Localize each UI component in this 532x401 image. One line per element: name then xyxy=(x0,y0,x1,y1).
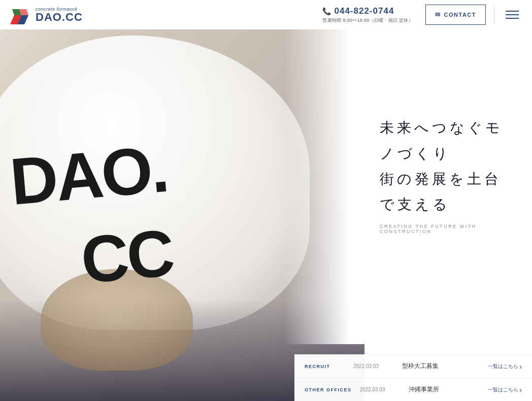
hero-title-line2: 街の発展を土台で支える xyxy=(380,166,517,218)
news-category-offices: OTHER OFFICES xyxy=(305,387,352,392)
news-date-1: 2022.03.03 xyxy=(360,387,401,392)
contact-button[interactable]: ✉ CONTACT xyxy=(425,5,486,25)
mail-icon: ✉ xyxy=(435,11,441,18)
main-content: DAO. CC 未来へつなぐモノづくり 街の発展を土台で支える CREATING… xyxy=(0,0,532,401)
hero-title-japanese: 未来へつなぐモノづくり 街の発展を土台で支える xyxy=(380,115,517,218)
logo-title: DAO.CC xyxy=(36,12,83,23)
helmet-text-dao: DAO. xyxy=(7,130,170,220)
site-header: concrete formwork DAO.CC 📞 044-822-0744 … xyxy=(0,0,532,29)
news-link-0[interactable]: 一覧はこちら xyxy=(488,362,522,371)
menu-bar-3 xyxy=(506,18,519,19)
logo-text: concrete formwork DAO.CC xyxy=(36,7,83,23)
news-title-1: 沖縄事業所 xyxy=(409,385,480,394)
news-date-0: 2022.03.03 xyxy=(353,363,394,369)
phone-icon: 📞 xyxy=(322,7,331,15)
logo-icon xyxy=(10,5,31,24)
hero-subtitle-english: CREATING THE FUTURE WITH CONSTRUCTION xyxy=(380,224,517,234)
menu-bar-1 xyxy=(506,11,519,12)
menu-bar-2 xyxy=(506,14,519,15)
header-right: 📞 044-822-0744 営業時間 8:00〜18:00（日曜・祝日 定休）… xyxy=(322,5,522,25)
header-divider xyxy=(494,5,494,25)
hero-image: DAO. CC xyxy=(0,0,364,401)
hamburger-menu-button[interactable] xyxy=(503,8,522,22)
phone-hours: 営業時間 8:00〜18:00（日曜・祝日 定休） xyxy=(322,17,413,24)
logo-area[interactable]: concrete formwork DAO.CC xyxy=(10,5,83,24)
news-item[interactable]: RECRUIT 2022.03.03 型枠大工募集 一覧はこちら xyxy=(294,355,532,378)
phone-number: 📞 044-822-0744 xyxy=(322,6,394,16)
hero-title-line1: 未来へつなぐモノづくり xyxy=(380,115,517,166)
phone-area: 📞 044-822-0744 営業時間 8:00〜18:00（日曜・祝日 定休） xyxy=(322,6,413,24)
hero-content: 未来へつなぐモノづくり 街の発展を土台で支える CREATING THE FUT… xyxy=(364,29,532,401)
news-item[interactable]: OTHER OFFICES 2022.03.03 沖縄事業所 一覧はこちら xyxy=(294,378,532,401)
news-title-0: 型枠大工募集 xyxy=(402,362,480,371)
news-category-recruit: RECRUIT xyxy=(305,364,345,369)
helmet-text-cc: CC xyxy=(78,214,176,298)
news-link-1[interactable]: 一覧はこちら xyxy=(488,386,522,394)
news-bar: RECRUIT 2022.03.03 型枠大工募集 一覧はこちら OTHER O… xyxy=(294,354,532,401)
